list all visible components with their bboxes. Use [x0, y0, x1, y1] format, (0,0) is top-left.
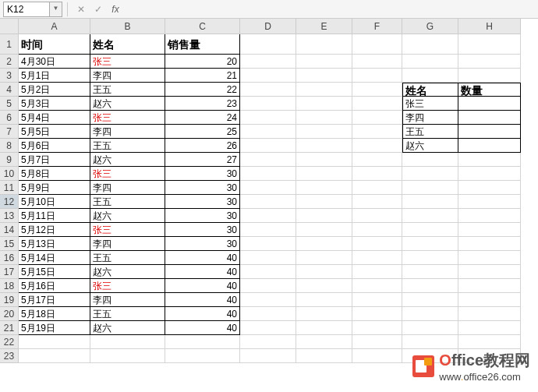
cell[interactable]: [402, 307, 458, 321]
row-header[interactable]: 15: [0, 237, 19, 251]
cell[interactable]: [352, 111, 402, 125]
cell[interactable]: [240, 251, 296, 265]
cell[interactable]: [402, 335, 458, 349]
cell[interactable]: [240, 69, 296, 83]
cell[interactable]: [240, 237, 296, 251]
fx-icon[interactable]: fx: [108, 2, 122, 16]
cell[interactable]: [458, 335, 521, 349]
cell[interactable]: [296, 83, 352, 97]
cell-name[interactable]: 赵六: [90, 265, 165, 279]
cell[interactable]: [352, 293, 402, 307]
cell[interactable]: [296, 209, 352, 223]
row-header[interactable]: 17: [0, 265, 19, 279]
cell-name[interactable]: 王五: [90, 195, 165, 209]
cell[interactable]: [352, 209, 402, 223]
cell-name[interactable]: 张三: [90, 111, 165, 125]
cell[interactable]: [352, 69, 402, 83]
cell[interactable]: [458, 237, 521, 251]
col-header-F[interactable]: F: [352, 19, 402, 34]
select-all-corner[interactable]: [0, 19, 19, 34]
row-header[interactable]: 4: [0, 83, 19, 97]
cell[interactable]: [352, 335, 402, 349]
row-header[interactable]: 23: [0, 349, 19, 363]
cell-value[interactable]: 22: [165, 83, 240, 97]
cell-date[interactable]: 5月9日: [19, 181, 90, 195]
cell-header-time[interactable]: 时间: [19, 34, 90, 55]
side-cell-name[interactable]: 赵六: [402, 139, 458, 153]
cell[interactable]: [352, 223, 402, 237]
row-header[interactable]: 14: [0, 223, 19, 237]
cell[interactable]: [240, 223, 296, 237]
col-header-E[interactable]: E: [296, 19, 352, 34]
cell[interactable]: [402, 69, 458, 83]
row-header[interactable]: 19: [0, 293, 19, 307]
side-cell-qty[interactable]: [458, 97, 521, 111]
cell-date[interactable]: 5月2日: [19, 83, 90, 97]
cell[interactable]: [19, 349, 90, 363]
cell-date[interactable]: 5月6日: [19, 139, 90, 153]
cell-value[interactable]: 30: [165, 209, 240, 223]
cell-value[interactable]: 30: [165, 181, 240, 195]
cell[interactable]: [352, 237, 402, 251]
row-header[interactable]: 8: [0, 139, 19, 153]
cell[interactable]: [458, 293, 521, 307]
cell[interactable]: [352, 181, 402, 195]
cell-date[interactable]: 5月3日: [19, 97, 90, 111]
cell[interactable]: [240, 279, 296, 293]
cell[interactable]: [402, 209, 458, 223]
cell-date[interactable]: 5月8日: [19, 167, 90, 181]
cell-name[interactable]: 王五: [90, 307, 165, 321]
cell[interactable]: [165, 349, 240, 363]
cell[interactable]: [458, 265, 521, 279]
cell[interactable]: [296, 69, 352, 83]
cell-header-name[interactable]: 姓名: [90, 34, 165, 55]
cell[interactable]: [296, 265, 352, 279]
cell[interactable]: [352, 167, 402, 181]
cell[interactable]: [352, 139, 402, 153]
row-header[interactable]: 9: [0, 153, 19, 167]
row-header[interactable]: 16: [0, 251, 19, 265]
cell-date[interactable]: 5月16日: [19, 279, 90, 293]
row-header[interactable]: 1: [0, 34, 19, 55]
cell[interactable]: [458, 307, 521, 321]
row-header[interactable]: 10: [0, 167, 19, 181]
cell-date[interactable]: 5月17日: [19, 293, 90, 307]
cell[interactable]: [296, 293, 352, 307]
side-header-name[interactable]: 姓名: [402, 83, 458, 97]
cell-value[interactable]: 30: [165, 167, 240, 181]
cell[interactable]: [458, 34, 521, 55]
cell-value[interactable]: 40: [165, 265, 240, 279]
cell[interactable]: [402, 153, 458, 167]
side-cell-qty[interactable]: [458, 125, 521, 139]
cell-name[interactable]: 王五: [90, 83, 165, 97]
cell[interactable]: [240, 307, 296, 321]
cell[interactable]: [240, 293, 296, 307]
cell[interactable]: [240, 83, 296, 97]
col-header-G[interactable]: G: [402, 19, 458, 34]
cell-value[interactable]: 30: [165, 223, 240, 237]
cell[interactable]: [240, 97, 296, 111]
side-cell-qty[interactable]: [458, 139, 521, 153]
cell[interactable]: [402, 251, 458, 265]
cell[interactable]: [296, 251, 352, 265]
cell-value[interactable]: 40: [165, 321, 240, 335]
cell-name[interactable]: 李四: [90, 69, 165, 83]
row-header[interactable]: 6: [0, 111, 19, 125]
cell[interactable]: [458, 321, 521, 335]
cell[interactable]: [402, 195, 458, 209]
row-header[interactable]: 13: [0, 209, 19, 223]
cell-value[interactable]: 30: [165, 195, 240, 209]
cell[interactable]: [352, 55, 402, 69]
cell[interactable]: [458, 69, 521, 83]
cell[interactable]: [296, 97, 352, 111]
cell-name[interactable]: 李四: [90, 293, 165, 307]
cell-name[interactable]: 李四: [90, 125, 165, 139]
cell[interactable]: [240, 34, 296, 55]
row-header[interactable]: 12: [0, 195, 19, 209]
cell[interactable]: [402, 223, 458, 237]
col-header-C[interactable]: C: [165, 19, 240, 34]
cell[interactable]: [352, 279, 402, 293]
confirm-icon[interactable]: ✓: [91, 2, 105, 16]
cell-date[interactable]: 5月13日: [19, 237, 90, 251]
cell[interactable]: [240, 209, 296, 223]
